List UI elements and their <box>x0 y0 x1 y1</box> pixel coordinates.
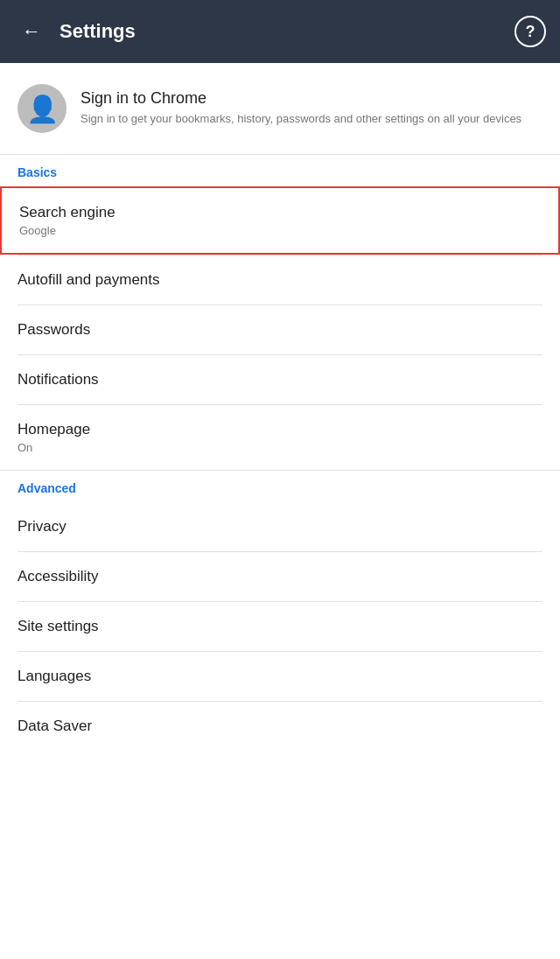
help-icon: ? <box>526 23 536 41</box>
search-engine-title: Search engine <box>19 204 541 221</box>
passwords-title: Passwords <box>18 321 542 339</box>
section-header-basics: Basics <box>0 155 560 186</box>
top-bar: ← Settings ? <box>0 0 560 63</box>
homepage-title: Homepage <box>18 421 542 438</box>
settings-item-data-saver[interactable]: Data Saver <box>0 702 560 751</box>
notifications-title: Notifications <box>18 371 542 388</box>
settings-item-notifications[interactable]: Notifications <box>0 355 560 404</box>
sign-in-text: Sign in to Chrome Sign in to get your bo… <box>80 89 522 127</box>
settings-item-passwords[interactable]: Passwords <box>0 305 560 354</box>
settings-item-autofill[interactable]: Autofill and payments <box>0 256 560 304</box>
privacy-title: Privacy <box>18 518 542 536</box>
back-button[interactable]: ← <box>14 14 49 49</box>
homepage-subtitle: On <box>18 441 542 454</box>
sign-in-title: Sign in to Chrome <box>80 89 522 108</box>
help-button[interactable]: ? <box>514 16 546 47</box>
settings-item-search-engine[interactable]: Search engine Google <box>0 186 560 255</box>
avatar: 👤 <box>18 84 66 133</box>
search-engine-subtitle: Google <box>19 224 541 237</box>
languages-title: Languages <box>18 668 542 685</box>
settings-item-languages[interactable]: Languages <box>0 652 560 701</box>
data-saver-title: Data Saver <box>18 718 542 735</box>
avatar-icon: 👤 <box>26 94 59 124</box>
page-title: Settings <box>60 20 514 43</box>
settings-item-site-settings[interactable]: Site settings <box>0 602 560 651</box>
accessibility-title: Accessibility <box>18 568 542 585</box>
settings-item-homepage[interactable]: Homepage On <box>0 405 560 470</box>
settings-item-accessibility[interactable]: Accessibility <box>0 552 560 601</box>
site-settings-title: Site settings <box>18 618 542 635</box>
back-arrow-icon: ← <box>22 20 41 43</box>
section-header-advanced: Advanced <box>0 471 560 502</box>
autofill-title: Autofill and payments <box>18 271 542 289</box>
sign-in-subtitle: Sign in to get your bookmarks, history, … <box>80 111 522 127</box>
sign-in-section[interactable]: 👤 Sign in to Chrome Sign in to get your … <box>0 63 560 154</box>
settings-item-privacy[interactable]: Privacy <box>0 502 560 551</box>
